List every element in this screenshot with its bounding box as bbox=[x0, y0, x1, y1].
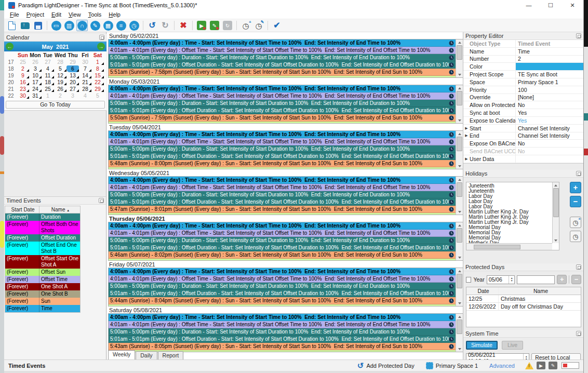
titlebar[interactable]: Paradigm LightDesigner - Time Sync at Bo… bbox=[4, 0, 583, 10]
simulate-button[interactable]: Simulate bbox=[466, 341, 498, 350]
calendar-year[interactable]: 2021 bbox=[56, 44, 69, 50]
protected-day-row[interactable]: 12/25Christmas bbox=[466, 295, 581, 303]
space-selector[interactable]: Primary Space 1 bbox=[426, 362, 478, 369]
calendar-date-25[interactable]: 25 bbox=[42, 86, 54, 92]
holidays-hscrollbar[interactable] bbox=[466, 243, 552, 250]
calendar-date-29[interactable]: 29 bbox=[91, 86, 104, 92]
popout-icon[interactable] bbox=[576, 171, 581, 176]
schedule-event-row[interactable]: 5:01am - 5:01pm (Every day) : Offset Dur… bbox=[109, 107, 456, 114]
column-start-date[interactable]: Start Date bbox=[5, 206, 39, 213]
schedule-event-row[interactable]: 4:01am - 4:01pm (Every day) : Offset Tim… bbox=[109, 230, 456, 237]
schedule-event-row[interactable]: 5:00am - 5:00pm (Every day) : Duration -… bbox=[109, 145, 456, 153]
column-name[interactable]: Name ▲ bbox=[39, 206, 80, 213]
menu-view[interactable]: View bbox=[65, 11, 85, 18]
day-scrollbar[interactable] bbox=[456, 314, 463, 352]
run-status-button[interactable]: ▶ bbox=[537, 362, 545, 369]
schedule-event-row[interactable]: 5:48am (Sunrise) - 8:00pm (Sunset) (Ever… bbox=[109, 160, 456, 167]
design-icon[interactable]: ▭ bbox=[50, 20, 62, 31]
schedule-event-row[interactable]: 4:01am - 4:01pm (Every day) : Offset Tim… bbox=[109, 321, 456, 328]
calendar-date-22[interactable]: 22 bbox=[91, 79, 104, 86]
calendar-date-14[interactable]: 14 bbox=[79, 72, 91, 79]
spinner-arrows-icon[interactable]: ▲▼ bbox=[509, 276, 514, 284]
property-value[interactable]: Time bbox=[515, 48, 583, 55]
popout-icon[interactable] bbox=[99, 198, 104, 203]
undo-icon[interactable]: ↺ bbox=[146, 20, 158, 31]
add-timed-event-holiday-button[interactable]: ◷+ bbox=[570, 217, 581, 228]
edit-status-button[interactable]: ✎ bbox=[549, 362, 557, 369]
schedule-event-row[interactable]: 4:00am - 4:00pm (Every day) : Time - Sta… bbox=[109, 39, 456, 47]
calendar-date-4[interactable]: 4 bbox=[42, 65, 54, 72]
partial-event-row[interactable] bbox=[109, 213, 456, 215]
property-value[interactable]: Timed Event bbox=[515, 40, 583, 47]
calendar-date-27[interactable]: 27 bbox=[66, 86, 79, 92]
property-value[interactable]: No bbox=[515, 101, 583, 109]
remove-holiday-button[interactable]: − bbox=[570, 196, 581, 207]
timed-event-row[interactable]: (Forever)Time bbox=[5, 305, 80, 312]
patch-icon[interactable]: ▦ bbox=[102, 20, 114, 31]
maximize-button[interactable]: ☐ bbox=[540, 0, 562, 10]
timed-event-row[interactable]: (Forever)Offset Both One Shots bbox=[5, 221, 80, 234]
advanced-link[interactable]: Advanced bbox=[489, 363, 515, 369]
schedule-event-row[interactable]: 5:00am - 5:00pm (Every day) : Duration -… bbox=[109, 191, 456, 198]
calendar-date-25[interactable]: 25 bbox=[17, 59, 29, 65]
timed-event-row[interactable]: (Forever)Offset Start One Shot A bbox=[5, 255, 80, 269]
timed-event-holiday-button[interactable]: ◷ bbox=[570, 231, 581, 242]
day-scrollbar[interactable] bbox=[456, 85, 463, 123]
close-button[interactable]: ✕ bbox=[562, 0, 583, 10]
property-value[interactable]: [None] bbox=[515, 94, 583, 101]
save-icon[interactable] bbox=[32, 20, 44, 31]
partial-event-row[interactable] bbox=[109, 167, 456, 169]
scroll-up-button[interactable] bbox=[456, 222, 463, 228]
property-value[interactable]: Primary Space 1 bbox=[515, 78, 583, 86]
calendar-date-19[interactable]: 19 bbox=[54, 79, 66, 86]
scroll-down-button[interactable] bbox=[456, 117, 463, 123]
schedule-event-row[interactable]: 5:01am - 5:01pm (Every day) : Offset Dur… bbox=[109, 153, 456, 160]
system-datetime-spinner[interactable]: 05/06/2021 11:12:46am ▲▼ bbox=[466, 353, 529, 359]
protected-date-spinner[interactable]: 05/06 ▲▼ bbox=[487, 275, 515, 284]
timed-events-icon[interactable]: ◷ bbox=[128, 20, 140, 31]
schedule-event-row[interactable]: 5:50am (Sunrise) - 7:59pm (Sunset) (Ever… bbox=[109, 114, 456, 122]
new-file-icon[interactable] bbox=[6, 20, 18, 31]
minimize-button[interactable]: — bbox=[518, 0, 540, 10]
scroll-down-button[interactable] bbox=[456, 209, 463, 215]
scroll-thumb[interactable] bbox=[457, 274, 462, 288]
run-mode-icon[interactable]: ▶ bbox=[196, 20, 207, 31]
property-value[interactable]: Channel Set Intensity bbox=[515, 125, 583, 132]
calendar-date-11[interactable]: 11 bbox=[42, 72, 54, 79]
menu-edit[interactable]: Edit bbox=[48, 11, 65, 18]
expander-icon[interactable]: ▶ bbox=[463, 157, 470, 161]
schedule-event-row[interactable]: 5:01am - 5:01pm (Every day) : Offset Dur… bbox=[109, 244, 456, 251]
property-value[interactable]: Channel Set Intensity bbox=[515, 132, 583, 140]
schedule-event-row[interactable]: 4:01am - 4:01pm (Every day) : Offset Tim… bbox=[109, 47, 456, 54]
schedule-event-row[interactable]: 4:00am - 4:00pm (Every day) : Time - Sta… bbox=[109, 85, 456, 92]
column-name[interactable]: Name bbox=[499, 287, 581, 295]
popout-icon[interactable] bbox=[576, 33, 581, 38]
schedule-event-row[interactable]: 5:43am (Sunrise) - 8:05pm (Sunset) (Ever… bbox=[109, 343, 456, 350]
calendar-date-9[interactable]: 9 bbox=[17, 72, 29, 79]
scroll-down-button[interactable] bbox=[456, 300, 463, 306]
calendar-date-13[interactable]: 13 bbox=[66, 72, 79, 79]
timed-event-row[interactable]: (Forever)Offset Sun bbox=[5, 269, 80, 276]
schedule-event-row[interactable]: 4:00am - 4:00pm (Every day) : Time - Sta… bbox=[109, 177, 456, 184]
channels-icon[interactable]: ▥ bbox=[63, 20, 75, 31]
calendar-date-28[interactable]: 28 bbox=[54, 59, 66, 65]
calendar-date-23[interactable]: 23 bbox=[17, 86, 29, 92]
calendar-date-26[interactable]: 26 bbox=[54, 86, 66, 92]
expander-icon[interactable]: ▶ bbox=[463, 134, 470, 138]
scroll-up-button[interactable] bbox=[456, 39, 463, 45]
live-button[interactable]: Live bbox=[502, 341, 523, 350]
calendar-date-20[interactable]: 20 bbox=[66, 79, 79, 86]
tab-weekly[interactable]: Weekly bbox=[108, 350, 135, 359]
schedule-event-row[interactable]: 4:00am - 4:00pm (Every day) : Time - Sta… bbox=[109, 314, 456, 321]
calendar-next-button[interactable]: → bbox=[97, 43, 105, 50]
day-scrollbar[interactable] bbox=[456, 268, 463, 306]
popout-icon[interactable] bbox=[576, 331, 581, 336]
property-value[interactable]: 2 bbox=[515, 56, 583, 63]
holidays-vscrollbar[interactable] bbox=[552, 182, 559, 243]
schedule-event-row[interactable]: 5:00am - 5:00pm (Every day) : Duration -… bbox=[109, 283, 456, 290]
calendar-date-24[interactable]: 24 bbox=[29, 86, 42, 92]
calendar-date-7[interactable]: 7 bbox=[79, 65, 91, 72]
schedule-event-row[interactable]: 4:00am - 4:00pm (Every day) : Time - Sta… bbox=[109, 268, 456, 275]
calendar-month[interactable]: May bbox=[42, 44, 52, 50]
calendar-date-3[interactable]: 3 bbox=[66, 92, 79, 99]
